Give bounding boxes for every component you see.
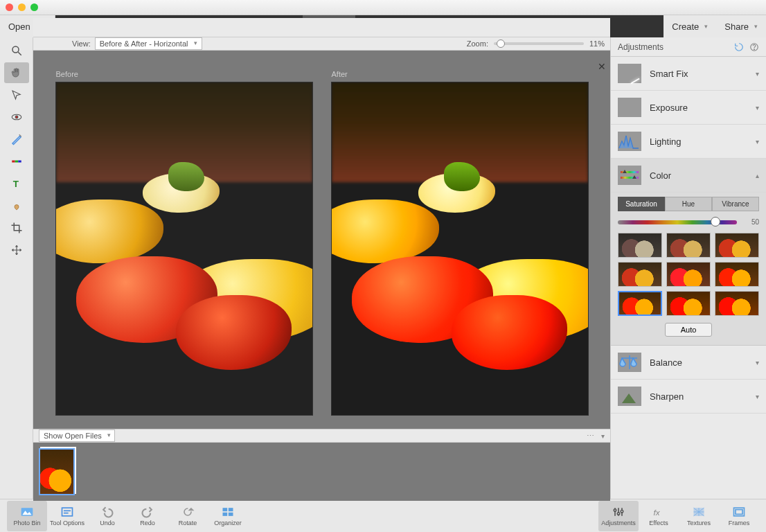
color-subsection: Saturation Hue Vibrance 50 Auto xyxy=(611,193,766,346)
svg-rect-37 xyxy=(736,509,742,514)
zoom-group: Zoom: 11% xyxy=(467,39,605,48)
redeye-tool[interactable] xyxy=(4,107,29,127)
svg-rect-26 xyxy=(223,512,228,515)
undo-button[interactable]: Undo xyxy=(87,501,127,531)
canvas-area: Before After xyxy=(33,51,610,429)
zoom-slider[interactable] xyxy=(494,42,584,45)
adj-smart-fix[interactable]: Smart Fix ▾ xyxy=(611,57,766,91)
svg-point-31 xyxy=(614,508,616,511)
frames-button[interactable]: Frames xyxy=(719,501,759,531)
preset-swatch[interactable] xyxy=(715,262,759,287)
preset-swatch[interactable] xyxy=(618,233,662,258)
preset-swatch[interactable] xyxy=(618,262,662,287)
preset-swatch[interactable] xyxy=(666,291,711,316)
before-image[interactable] xyxy=(56,82,312,415)
sharpen-icon xyxy=(618,387,641,406)
close-document-icon[interactable]: ✕ xyxy=(598,61,606,72)
adj-lighting[interactable]: Lighting ▾ xyxy=(611,125,766,159)
after-panel: After xyxy=(332,70,588,415)
adjustments-header: Adjustments xyxy=(611,37,766,57)
svg-text:T: T xyxy=(12,179,19,189)
svg-point-33 xyxy=(621,510,623,512)
create-menu[interactable]: Create▾ xyxy=(663,15,716,37)
textures-button[interactable]: Textures xyxy=(679,501,719,531)
adj-balance[interactable]: Balance ▾ xyxy=(611,346,766,380)
preset-swatch[interactable] xyxy=(715,233,759,258)
help-icon[interactable] xyxy=(749,42,759,52)
svg-rect-27 xyxy=(229,512,233,515)
adj-exposure[interactable]: Exposure ▾ xyxy=(611,91,766,125)
type-tool[interactable]: T xyxy=(4,173,29,194)
main-area: T View: Before & After - Horizontal Zoom… xyxy=(0,37,766,499)
move-tool[interactable] xyxy=(4,240,29,260)
view-select[interactable]: Before & After - Horizontal xyxy=(95,37,203,50)
after-label: After xyxy=(332,70,348,78)
svg-rect-6 xyxy=(18,161,21,163)
right-menu: Create▾ Share▾ xyxy=(663,15,766,37)
subtab-vibrance[interactable]: Vibrance xyxy=(712,197,759,211)
reset-icon[interactable] xyxy=(734,42,744,52)
straighten-tool[interactable] xyxy=(4,151,29,172)
chevron-down-icon: ▾ xyxy=(756,70,759,78)
chevron-down-icon: ▾ xyxy=(756,359,759,366)
photo-bin-button[interactable]: Photo Bin xyxy=(7,501,47,531)
adj-sharpen[interactable]: Sharpen ▾ xyxy=(611,380,766,414)
share-menu[interactable]: Share▾ xyxy=(716,15,766,37)
slider-thumb[interactable] xyxy=(711,217,720,227)
chevron-down-icon: ▾ xyxy=(756,138,759,145)
before-label: Before xyxy=(56,70,78,78)
bin-thumbnail[interactable] xyxy=(39,448,75,495)
subtab-hue[interactable]: Hue xyxy=(665,197,712,211)
window-titlebar xyxy=(0,0,766,15)
preset-swatch[interactable] xyxy=(618,291,662,316)
adjustments-button[interactable]: Adjustments xyxy=(598,501,639,531)
photo-bin xyxy=(33,443,610,501)
preset-swatch[interactable] xyxy=(715,291,759,316)
adjustments-title: Adjustments xyxy=(618,42,663,52)
chevron-up-icon: ▴ xyxy=(756,172,759,179)
after-image[interactable] xyxy=(332,82,588,415)
before-panel: Before xyxy=(56,70,312,415)
organizer-button[interactable]: Organizer xyxy=(208,501,248,531)
rotate-button[interactable]: Rotate xyxy=(168,501,208,531)
svg-point-32 xyxy=(617,512,619,514)
svg-rect-5 xyxy=(15,161,18,163)
crop-tool[interactable] xyxy=(4,218,29,238)
chevron-down-icon[interactable]: ▾ xyxy=(601,432,605,440)
zoom-thumb[interactable] xyxy=(497,39,505,48)
color-icon xyxy=(618,166,641,185)
adjustments-panel: Adjustments Smart Fix ▾ Exposure ▾ Light… xyxy=(610,37,766,499)
preset-swatch[interactable] xyxy=(666,233,711,258)
effects-button[interactable]: fx Effects xyxy=(639,501,679,531)
whiten-teeth-tool[interactable] xyxy=(4,129,29,150)
redo-button[interactable]: Redo xyxy=(127,501,168,531)
zoom-value: 11% xyxy=(589,39,605,48)
quick-select-tool[interactable] xyxy=(4,85,29,105)
tool-options-button[interactable]: Tool Options xyxy=(47,501,87,531)
auto-button[interactable]: Auto xyxy=(665,323,713,337)
svg-rect-19 xyxy=(62,508,73,516)
bin-options-icon[interactable]: ⋯ xyxy=(587,432,594,441)
preset-swatch[interactable] xyxy=(666,262,711,287)
chevron-down-icon: ▾ xyxy=(756,104,759,112)
subtab-saturation[interactable]: Saturation xyxy=(618,197,665,211)
chevron-down-icon: ▾ xyxy=(756,393,759,400)
traffic-lights xyxy=(6,3,38,11)
svg-line-1 xyxy=(18,52,21,55)
color-subtabs: Saturation Hue Vibrance xyxy=(618,197,759,211)
maximize-window-icon[interactable] xyxy=(30,3,38,11)
saturation-slider[interactable] xyxy=(618,220,737,224)
zoom-tool[interactable] xyxy=(4,40,29,61)
lighting-icon xyxy=(618,132,641,151)
adj-color[interactable]: Color ▴ xyxy=(611,159,766,193)
svg-point-9 xyxy=(754,48,755,49)
bin-select[interactable]: Show Open Files xyxy=(39,429,115,442)
svg-rect-24 xyxy=(223,508,228,511)
hand-tool[interactable] xyxy=(4,62,29,83)
options-bar xyxy=(33,18,610,37)
chevron-down-icon: ▾ xyxy=(704,23,708,30)
minimize-window-icon[interactable] xyxy=(18,3,26,11)
spot-heal-tool[interactable] xyxy=(4,195,29,216)
close-window-icon[interactable] xyxy=(6,3,13,11)
toolbox: T xyxy=(0,37,33,499)
